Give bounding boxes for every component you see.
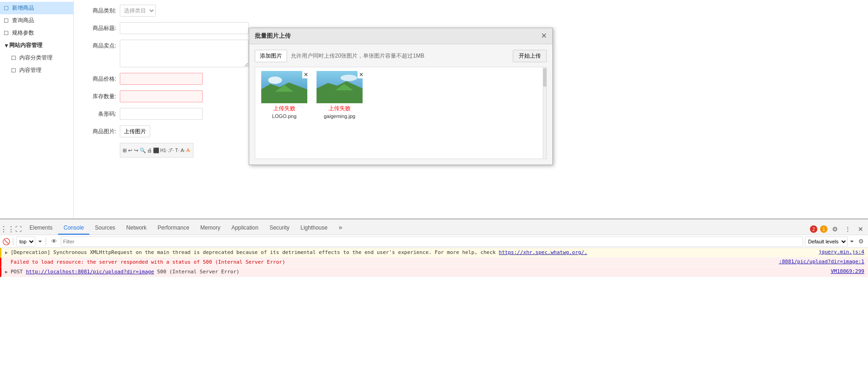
toolbar-btn-a1[interactable]: A· — [181, 145, 186, 155]
app-container: ☐ 新增商品 ☐ 查询商品 ☐ 规格参数 ▼ 网站内容管理 ☐ 内容分类管理 ☐… — [0, 0, 868, 366]
sidebar-item-spec-params[interactable]: ☐ 规格参数 — [0, 27, 73, 39]
tab-elements[interactable]: Elements — [24, 222, 58, 235]
devtools-panel: ⋮⋮ ⛶ Elements Console Sources Network Pe… — [0, 218, 868, 366]
tab-console[interactable]: Console — [58, 222, 89, 235]
sidebar-item-website-content[interactable]: ▼ 网站内容管理 — [0, 39, 73, 52]
main-content: ☐ 新增商品 ☐ 查询商品 ☐ 规格参数 ▼ 网站内容管理 ☐ 内容分类管理 ☐… — [0, 0, 868, 218]
toolbar-btn-t1[interactable]: T· — [175, 145, 180, 155]
error-badge: 2 — [810, 225, 817, 233]
message-text-2: POST http://localhost:8081/pic/upload?di… — [11, 268, 827, 276]
tab-memory[interactable]: Memory — [195, 222, 226, 235]
modal-toolbar-left: 添加图片 允许用户同时上传20张图片，单张图片容量不超过1MB — [255, 50, 424, 62]
stock-input[interactable] — [120, 90, 203, 102]
barcode-input[interactable] — [120, 108, 203, 120]
devtools-settings-button[interactable]: ⚙ — [829, 224, 840, 235]
toolbar-btn-a2[interactable]: A· — [186, 145, 191, 155]
expand-icon-0[interactable]: ▶ — [5, 250, 11, 255]
file-icon: ☐ — [4, 30, 10, 36]
image-grid: ✕ — [259, 71, 543, 119]
modal-toolbar: 添加图片 允许用户同时上传20张图片，单张图片容量不超过1MB 开始上传 — [255, 50, 547, 62]
price-input[interactable] — [120, 73, 203, 85]
console-message-1: Failed to load resource: the server resp… — [0, 258, 868, 267]
file-icon: ☐ — [4, 18, 10, 24]
modal-batch-upload: 批量图片上传 ✕ 添加图片 允许用户同时上传20张图片，单张图片容量不超过1MB… — [249, 28, 553, 165]
image-status-0: 上传失败 — [259, 105, 310, 112]
console-clear-button[interactable]: 🚫 — [2, 237, 10, 246]
tab-sources[interactable]: Sources — [89, 222, 121, 235]
price-label: 商品价格: — [83, 73, 120, 85]
file-icon: ☐ — [11, 55, 18, 61]
title-input[interactable] — [120, 22, 249, 34]
expand-icon-2[interactable]: ▶ — [5, 269, 11, 274]
devtools-tabs-bar: ⋮⋮ ⛶ Elements Console Sources Network Pe… — [0, 219, 868, 235]
context-select[interactable]: top — [16, 236, 35, 247]
modal-close-button[interactable]: ✕ — [541, 32, 547, 40]
svg-marker-9 — [850, 241, 854, 242]
message-source-0[interactable]: jquery.min.js:4 — [819, 249, 864, 255]
tab-lighthouse[interactable]: Lighthouse — [295, 222, 333, 235]
sidebar-item-query-product[interactable]: ☐ 查询商品 — [0, 14, 73, 27]
message-source-1[interactable]: :8081/pic/upload?dir=image:1 — [779, 259, 864, 265]
devtools-more-button[interactable]: ⋮ — [842, 224, 853, 235]
devtools-header-right: 2 1 ⚙ ⋮ ✕ — [809, 224, 866, 235]
console-settings-button[interactable]: ⚙ — [856, 236, 866, 247]
toolbar-btn-copy[interactable]: ⊞ — [122, 145, 127, 155]
upload-hint: 允许用户同时上传20张图片，单张图片容量不超过1MB — [291, 52, 424, 60]
tab-more[interactable]: » — [333, 221, 348, 235]
message-link-0[interactable]: https://xhr.spec.whatwg.org/. — [499, 249, 587, 255]
upload-image-button[interactable]: 上传图片 — [120, 125, 150, 137]
scrollbar-thumb[interactable] — [543, 68, 547, 87]
tab-security[interactable]: Security — [264, 222, 295, 235]
add-image-button[interactable]: 添加图片 — [255, 50, 287, 62]
sidebar-item-new-product[interactable]: ☐ 新增商品 — [0, 2, 73, 14]
barcode-label: 条形码: — [83, 108, 120, 120]
toolbar-btn-print[interactable]: 🖨 — [147, 145, 152, 155]
console-filter-input[interactable] — [61, 236, 803, 247]
sidebar-item-content-manage[interactable]: ☐ 内容管理 — [0, 64, 73, 77]
toolbar-btn-undo[interactable]: ↩ — [128, 145, 133, 155]
image-item-close-0[interactable]: ✕ — [302, 71, 310, 78]
toolbar-btn-redo[interactable]: ↪ — [134, 145, 139, 155]
folder-icon: ▼ — [4, 42, 9, 49]
image-grid-container: ✕ — [255, 67, 547, 159]
category-select[interactable]: 选择类目 — [120, 5, 156, 17]
feature-textarea[interactable] — [120, 40, 249, 67]
console-message-0: ▶ [Deprecation] Synchronous XMLHttpReque… — [0, 248, 868, 258]
message-source-2[interactable]: VM18069:299 — [831, 268, 864, 274]
devtools-cursor-button[interactable]: ⛶ — [13, 224, 24, 235]
console-eye-button[interactable]: 👁 — [49, 236, 59, 247]
context-chevron-icon — [37, 239, 43, 244]
svg-marker-8 — [38, 241, 42, 242]
message-text-0: [Deprecation] Synchronous XMLHttpRequest… — [11, 249, 815, 256]
console-level-select[interactable]: Default levels — [805, 236, 848, 247]
svg-point-1 — [268, 77, 282, 84]
modal-header: 批量图片上传 ✕ — [249, 28, 552, 44]
console-message-2: ▶ POST http://localhost:8081/pic/upload?… — [0, 267, 868, 277]
image-filename-0: LOGO.png — [259, 113, 310, 119]
message-link-2[interactable]: http://localhost:8081/pic/upload?dir=ima… — [26, 269, 154, 275]
toolbar-btn-h1[interactable]: H1· — [160, 145, 168, 155]
toolbar-btn-font1[interactable]: ℱ· — [168, 145, 174, 155]
sidebar-item-content-category[interactable]: ☐ 内容分类管理 — [0, 52, 73, 64]
title-label: 商品标题: — [83, 22, 120, 34]
tab-network[interactable]: Network — [121, 222, 152, 235]
devtools-close-button[interactable]: ✕ — [855, 224, 866, 235]
level-chevron-icon — [850, 239, 854, 244]
divider2 — [46, 238, 46, 245]
console-toolbar: 🚫 top 👁 Default levels ⚙ — [0, 235, 868, 248]
console-messages: ▶ [Deprecation] Synchronous XMLHttpReque… — [0, 248, 868, 366]
devtools-inspect-button[interactable]: ⋮⋮ — [2, 224, 13, 235]
stock-label: 库存数量: — [83, 90, 120, 102]
start-upload-button[interactable]: 开始上传 — [513, 50, 547, 62]
message-text-1: Failed to load resource: the server resp… — [11, 259, 775, 266]
tab-application[interactable]: Application — [226, 222, 264, 235]
category-label: 商品类别: — [83, 5, 120, 17]
feature-label: 商品卖点: — [83, 40, 120, 52]
toolbar-btn-block[interactable]: ⬛ — [153, 145, 159, 155]
tab-performance[interactable]: Performance — [152, 222, 195, 235]
image-item-close-1[interactable]: ✕ — [358, 71, 365, 78]
divider — [13, 238, 13, 245]
editor-toolbar: ⊞ ↩ ↪ 🔍 🖨 ⬛ H1· ℱ· T· A· A· — [120, 143, 194, 158]
modal-title: 批量图片上传 — [255, 32, 291, 40]
toolbar-btn-search[interactable]: 🔍 — [140, 145, 146, 155]
